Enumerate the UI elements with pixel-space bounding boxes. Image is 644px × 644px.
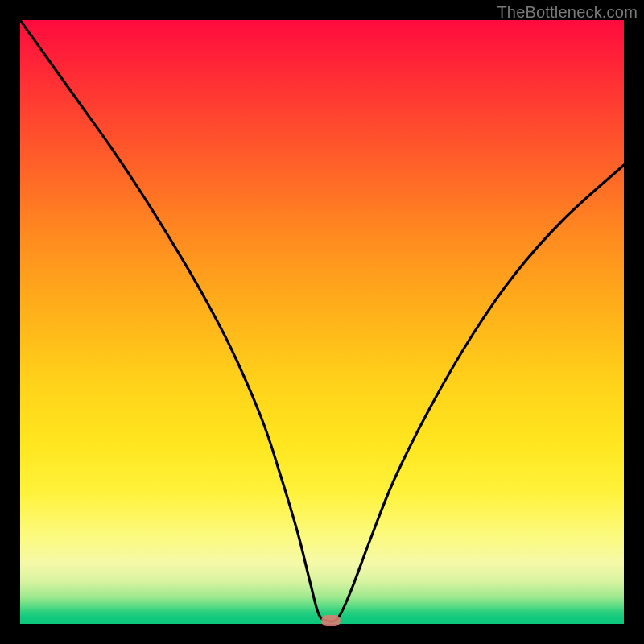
chart-stage: TheBottleneck.com xyxy=(0,0,644,644)
watermark-text: TheBottleneck.com xyxy=(497,3,638,22)
minimum-marker xyxy=(321,615,341,626)
plot-area xyxy=(20,20,624,624)
bottleneck-curve xyxy=(20,20,624,624)
